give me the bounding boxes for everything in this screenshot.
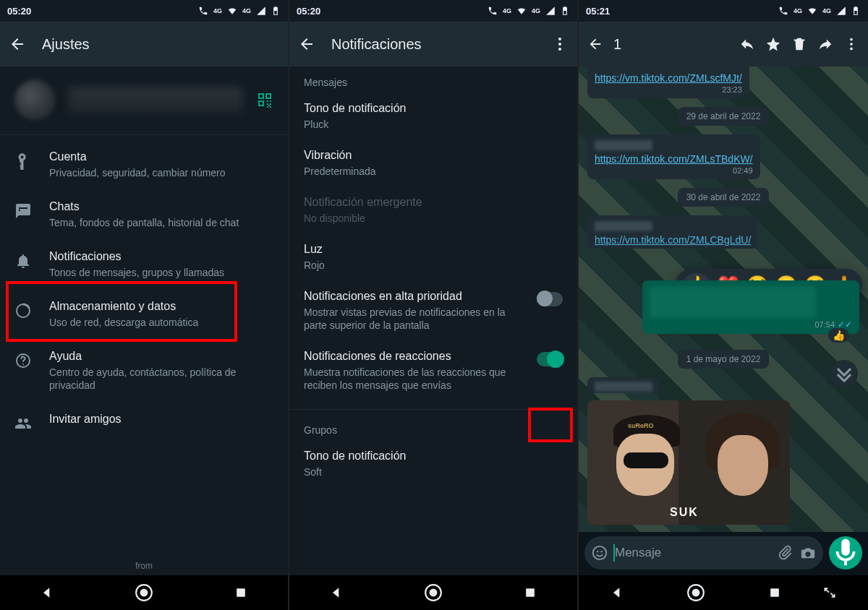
notif-light[interactable]: Luz Rojo [289, 235, 577, 282]
notif-reactions[interactable]: Notificaciones de reacciones Muestra not… [289, 342, 577, 402]
avatar [14, 80, 55, 120]
nav-bar [579, 575, 868, 610]
settings-item-storage[interactable]: Almacenamiento y datos Uso de red, desca… [0, 289, 288, 339]
svg-point-17 [601, 551, 603, 552]
nav-back-icon[interactable] [610, 585, 624, 600]
message-time: 02:49 [595, 166, 753, 175]
delete-icon[interactable] [791, 36, 807, 52]
item-subtitle: Pluck [304, 118, 563, 131]
battery-icon [271, 6, 281, 16]
attach-icon[interactable] [777, 545, 793, 561]
blurred-sender [595, 140, 652, 150]
message-in[interactable]: https://vm.tiktok.com/ZMLscfMJt/ 23:23 [587, 66, 749, 98]
nav-back-icon[interactable] [40, 585, 54, 600]
nav-rotate-icon[interactable] [822, 585, 837, 600]
item-title: Notificaciones [49, 249, 269, 265]
selection-count: 1 [613, 36, 621, 53]
back-arrow-icon[interactable] [9, 35, 26, 53]
item-subtitle: Rojo [304, 259, 563, 272]
message-placeholder: Mensaje [615, 546, 770, 560]
camera-icon[interactable] [800, 545, 816, 561]
toggle-reactions[interactable] [537, 352, 563, 366]
status-time: 05:21 [586, 6, 610, 17]
item-title: Invitar amigos [49, 412, 269, 427]
message-link[interactable]: https://vm.tiktok.com/ZMLCBgLdU/ [595, 234, 751, 246]
back-arrow-icon[interactable] [587, 36, 603, 52]
toggle-high-priority[interactable] [537, 292, 563, 306]
settings-item-notifications[interactable]: Notificaciones Tonos de mensajes, grupos… [0, 239, 288, 289]
scroll-to-bottom-button[interactable] [830, 360, 858, 387]
mic-button[interactable] [829, 536, 862, 570]
message-in[interactable]: https://vm.tiktok.com/ZMLCBgLdU/ [587, 215, 758, 249]
footer-from: from [0, 557, 288, 575]
nav-home-icon[interactable] [686, 583, 705, 602]
message-image[interactable]: suReRO SUK [587, 400, 790, 525]
more-icon[interactable] [551, 35, 569, 53]
back-arrow-icon[interactable] [298, 35, 315, 53]
settings-item-help[interactable]: Ayuda Centro de ayuda, contáctanos, polí… [0, 339, 288, 402]
help-icon [14, 352, 32, 369]
svg-rect-5 [237, 588, 245, 597]
message-input[interactable]: Mensaje [584, 536, 823, 570]
app-bar: Notificaciones [289, 22, 577, 66]
message-in[interactable]: https://vm.tiktok.com/ZMLsTBdKW/ 02:49 [587, 134, 760, 179]
profile-row[interactable] [0, 66, 288, 133]
nav-recent-icon[interactable] [234, 585, 248, 600]
nav-home-icon[interactable] [424, 583, 443, 602]
page-title: Notificaciones [331, 36, 422, 53]
notif-vibration[interactable]: Vibración Predeterminada [289, 141, 577, 188]
item-title: Notificaciones de reacciones [304, 349, 563, 364]
message-out-selected[interactable]: 07:54✓✓ 👍 [642, 280, 859, 334]
app-bar: Ajustes [0, 22, 288, 66]
signal-icon [256, 6, 266, 16]
message-link[interactable]: https://vm.tiktok.com/ZMLsTBdKW/ [595, 153, 753, 165]
svg-point-7 [558, 43, 561, 46]
nav-recent-icon[interactable] [767, 585, 782, 600]
notif-tone[interactable]: Tono de notificación Pluck [289, 94, 577, 141]
svg-point-12 [850, 38, 853, 41]
status-time: 05:20 [7, 6, 31, 17]
signal-icon [836, 6, 846, 16]
svg-point-19 [692, 589, 700, 597]
chat-body[interactable]: https://vm.tiktok.com/ZMLscfMJt/ 23:23 2… [579, 66, 868, 532]
svg-point-8 [558, 48, 561, 51]
notif-high-priority[interactable]: Notificaciones en alta prioridad Mostrar… [289, 282, 577, 342]
pane-chat: 05:21 4G 4G 1 https://vm.tiktok.com/ZMLs… [579, 0, 868, 610]
reply-icon[interactable] [739, 36, 755, 52]
status-bar: 05:21 4G 4G [579, 0, 868, 22]
message-time: 07:54✓✓ [650, 319, 852, 330]
network-4g-icon-2: 4G [242, 6, 252, 16]
nav-home-icon[interactable] [135, 583, 153, 602]
forward-icon[interactable] [817, 36, 833, 52]
item-subtitle: Muestra notificaciones de las reacciones… [304, 366, 563, 392]
star-icon[interactable] [765, 36, 781, 52]
section-messages: Mensajes [289, 66, 577, 94]
settings-item-account[interactable]: Cuenta Privacidad, seguridad, cambiar nú… [0, 139, 288, 189]
qr-icon[interactable] [256, 91, 273, 108]
item-title: Ayuda [49, 349, 269, 364]
date-badge: 1 de mayo de 2022 [678, 350, 770, 369]
settings-item-chats[interactable]: Chats Tema, fondos de pantalla, historia… [0, 189, 288, 239]
more-icon[interactable] [843, 36, 859, 52]
emoji-icon[interactable] [592, 545, 608, 561]
nav-back-icon[interactable] [329, 585, 344, 600]
item-subtitle: Privacidad, seguridad, cambiar número [49, 166, 269, 179]
item-title: Chats [49, 199, 269, 215]
pane-notifications: 05:20 4G 4G Notificaciones Mensajes Tono… [289, 0, 579, 610]
chat-input-bar: Mensaje [579, 532, 868, 575]
nav-recent-icon[interactable] [523, 585, 537, 600]
item-subtitle: Predeterminada [304, 165, 563, 178]
message-time: 23:23 [595, 85, 742, 94]
settings-item-invite[interactable]: Invitar amigos [0, 402, 288, 442]
message-in-blurred-header[interactable] [587, 377, 660, 393]
blurred-content [650, 286, 816, 318]
svg-point-6 [558, 38, 561, 40]
message-link[interactable]: https://vm.tiktok.com/ZMLscfMJt/ [595, 72, 742, 84]
notif-group-tone[interactable]: Tono de notificación Soft [289, 442, 577, 489]
data-icon [14, 302, 32, 319]
message-reaction-badge[interactable]: 👍 [828, 328, 849, 343]
battery-icon [560, 6, 570, 16]
date-badge: 30 de abril de 2022 [678, 188, 770, 207]
item-title: Vibración [304, 148, 563, 163]
people-icon [14, 415, 32, 432]
